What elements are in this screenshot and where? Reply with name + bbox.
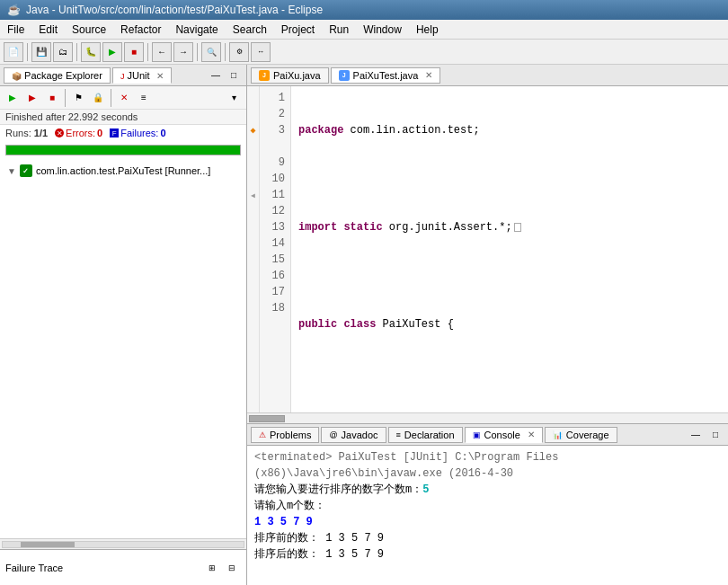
declaration-label: Declaration — [404, 430, 455, 440]
left-scrollbar[interactable] — [0, 538, 246, 549]
tab-javadoc[interactable]: @ Javadoc — [321, 427, 386, 443]
collapse-marker-11: ◀ — [251, 191, 255, 199]
failures-label: Failures: — [120, 128, 158, 138]
code-line-1: package com.lin.action.test; — [298, 122, 721, 138]
gutter-8 — [247, 203, 259, 219]
tab-package-explorer[interactable]: 📦 Package Explorer — [4, 67, 111, 84]
declaration-icon: ≡ — [396, 430, 401, 439]
menu-run[interactable]: Run — [322, 22, 356, 38]
run-button[interactable]: ▶ — [102, 42, 122, 62]
linenum-12: 12 — [265, 203, 285, 219]
minimize-panel-button[interactable]: — — [207, 66, 225, 84]
panel-sep-1 — [65, 89, 66, 107]
menu-refactor[interactable]: Refactor — [113, 22, 168, 38]
misc-button-2[interactable]: ↔ — [251, 42, 271, 62]
save-button[interactable]: 💾 — [31, 42, 51, 62]
tab-close-icon[interactable]: ✕ — [425, 70, 432, 80]
tab-problems[interactable]: ⚠ Problems — [251, 427, 319, 443]
tab-junit[interactable]: J JUnit ✕ — [112, 67, 172, 84]
settings-button[interactable]: ≡ — [135, 89, 153, 107]
show-only-failures-button[interactable]: ✕ — [115, 89, 133, 107]
console-area: ⚠ Problems @ Javadoc ≡ Declaration ▣ Con… — [247, 423, 728, 585]
tab-paixu[interactable]: J PaiXu.java — [251, 67, 329, 84]
misc-button-1[interactable]: ⚙ — [229, 42, 249, 62]
menu-file[interactable]: File — [0, 22, 31, 38]
error-icon: ✕ — [55, 129, 64, 137]
tab-console[interactable]: ▣ Console ✕ — [465, 427, 543, 443]
errors-label: Errors: — [66, 128, 95, 138]
gutter-14 — [247, 300, 259, 316]
input-value-1: 5 — [422, 483, 429, 496]
code-editor[interactable]: ◆ ◀ 1 2 3 — [247, 86, 728, 412]
panel-tabs: 📦 Package Explorer J JUnit ✕ — □ — [0, 65, 246, 86]
linenum-3: 3 — [265, 122, 285, 138]
runs-value: 1/1 — [34, 128, 48, 138]
tab-coverage[interactable]: 📊 Coverage — [545, 427, 617, 443]
toolbar-separator-1 — [27, 43, 28, 61]
scrollbar-track[interactable] — [2, 541, 244, 548]
paixu-tab-label: PaiXu.java — [273, 70, 321, 81]
progress-bar — [5, 145, 241, 155]
failure-trace-icons: ⊞ ⊟ — [203, 559, 241, 577]
javadoc-icon: @ — [329, 430, 337, 439]
menu-help[interactable]: Help — [409, 22, 446, 38]
filter-button[interactable]: ⚑ — [69, 89, 87, 107]
menu-project[interactable]: Project — [274, 22, 322, 38]
rerun-test-button[interactable]: ▶ — [4, 89, 22, 107]
menu-source[interactable]: Source — [65, 22, 113, 38]
failure-trace-copy-button[interactable]: ⊞ — [203, 559, 221, 577]
tab-declaration[interactable]: ≡ Declaration — [388, 427, 463, 443]
junit-close-icon[interactable]: ✕ — [156, 71, 164, 81]
code-gutter: ◆ ◀ — [247, 86, 260, 412]
problems-icon: ⚠ — [259, 430, 266, 439]
paixu-file-icon: J — [259, 70, 270, 81]
console-line-4: 排序前的数： 1 3 5 7 9 — [254, 530, 721, 546]
stop-test-button[interactable]: ■ — [43, 89, 61, 107]
editor-scrollbar-thumb[interactable] — [249, 415, 285, 422]
toolbar: 📄 💾 🗂 🐛 ▶ ■ ← → 🔍 ⚙ ↔ — [0, 40, 728, 65]
menu-search[interactable]: Search — [226, 22, 274, 38]
tab-paixutest[interactable]: J PaiXuTest.java ✕ — [331, 67, 441, 84]
debug-button[interactable]: 🐛 — [81, 42, 101, 62]
linenum-2: 2 — [265, 106, 285, 122]
tree-item-paixutest[interactable]: ▼ ✓ com.lin.action.test.PaiXuTest [Runne… — [4, 163, 243, 179]
gutter-2 — [247, 106, 259, 122]
code-content[interactable]: package com.lin.action.test; import stat… — [291, 86, 728, 412]
gutter-5 — [247, 155, 259, 171]
console-close-icon[interactable]: ✕ — [528, 430, 535, 439]
back-button[interactable]: ← — [152, 42, 172, 62]
console-content[interactable]: <terminated> PaiXuTest [JUnit] C:\Progra… — [247, 446, 728, 585]
editor-scrollbar[interactable] — [247, 412, 728, 423]
rerun-failed-button[interactable]: ▶ — [23, 89, 41, 107]
tree-item-label: com.lin.action.test.PaiXuTest [Runner...… — [36, 165, 210, 176]
run-stats: Runs: 1/1 ✕ Errors: 0 F Failures: 0 — [0, 125, 246, 141]
new-button[interactable]: 📄 — [4, 42, 23, 62]
console-maximize[interactable]: □ — [706, 426, 724, 444]
coverage-icon: 📊 — [553, 430, 563, 439]
failure-trace-expand-button[interactable]: ⊟ — [223, 559, 241, 577]
save-all-button[interactable]: 🗂 — [53, 42, 73, 62]
menu-navigate[interactable]: Navigate — [168, 22, 225, 38]
console-line-2: 请输入m个数： — [254, 498, 721, 514]
test-tree[interactable]: ▼ ✓ com.lin.action.test.PaiXuTest [Runne… — [0, 159, 246, 538]
maximize-panel-button[interactable]: □ — [225, 66, 243, 84]
linenum-4 — [265, 138, 285, 155]
line-numbers: 1 2 3 9 10 11 12 13 14 15 16 17 18 — [260, 86, 291, 412]
gutter-1 — [247, 90, 259, 106]
runs-label: Runs: 1/1 — [5, 128, 48, 138]
stop-button[interactable]: ■ — [124, 42, 144, 62]
linenum-17: 17 — [265, 284, 285, 300]
test-status: Finished after 22.992 seconds — [0, 110, 246, 125]
menu-edit[interactable]: Edit — [31, 22, 65, 38]
scroll-lock-button[interactable]: 🔒 — [89, 89, 107, 107]
scrollbar-thumb[interactable] — [21, 542, 75, 547]
forward-button[interactable]: → — [173, 42, 193, 62]
console-minimize[interactable]: — — [687, 426, 705, 444]
left-panel: 📦 Package Explorer J JUnit ✕ — □ ▶ ▶ ■ ⚑… — [0, 65, 247, 585]
search-button[interactable]: 🔍 — [201, 42, 221, 62]
menu-window[interactable]: Window — [356, 22, 409, 38]
history-button[interactable]: ▾ — [225, 89, 243, 107]
gutter-3: ◆ — [247, 122, 259, 138]
gutter-12 — [247, 268, 259, 284]
toolbar-separator-5 — [225, 43, 226, 61]
